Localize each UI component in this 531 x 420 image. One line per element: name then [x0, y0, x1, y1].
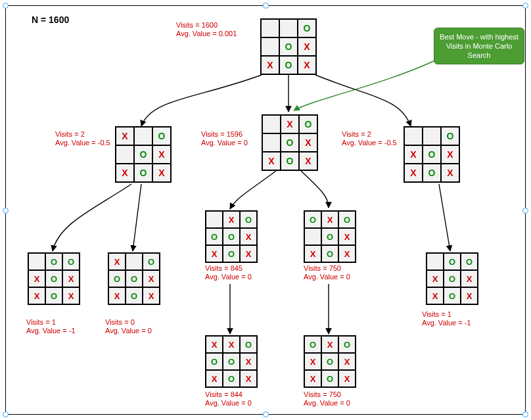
board-cell: O — [338, 336, 356, 353]
board-cell: X — [321, 336, 338, 353]
board-cell: O — [321, 353, 338, 370]
board-cell — [304, 228, 321, 245]
board-cell: O — [152, 127, 171, 145]
best-move-callout: Best Move - with highest Visits in Monte… — [434, 28, 524, 64]
board-cell: O — [223, 245, 240, 262]
board-cell: O — [444, 270, 461, 287]
board-cell: O — [444, 253, 461, 270]
board-l3d: OXOXOXXOX — [304, 335, 356, 388]
board-l1c: OXOXXOX — [404, 126, 460, 183]
board-cell: X — [338, 245, 356, 262]
board-cell: X — [298, 56, 316, 74]
node-stats: Visits = 750Avg. Value = 0 — [304, 264, 350, 281]
selection-handle[interactable] — [522, 208, 528, 214]
board-cell: X — [240, 353, 257, 370]
board-cell — [261, 19, 279, 37]
board-cell: O — [279, 56, 298, 74]
board-cell: O — [321, 245, 338, 262]
node-stats: Visits = 1Avg. Value = -1 — [422, 310, 471, 327]
selection-handle[interactable] — [3, 3, 9, 9]
board-cell: X — [304, 353, 321, 370]
board-cell: O — [206, 353, 223, 370]
board-cell: X — [281, 115, 299, 133]
board-cell: X — [304, 370, 321, 387]
node-stats: Visits = 2Avg. Value = -0.5 — [342, 130, 397, 147]
board-cell: O — [223, 353, 240, 370]
board-cell: O — [441, 127, 459, 145]
board-cell — [427, 253, 444, 270]
board-cell: X — [461, 287, 478, 304]
board-cell: X — [240, 228, 257, 245]
board-cell: O — [45, 270, 62, 287]
board-root: OOXXOX — [260, 18, 317, 75]
board-cell: X — [404, 164, 423, 182]
board-cell: X — [28, 287, 45, 304]
board-cell: O — [45, 253, 62, 270]
board-cell: X — [427, 270, 444, 287]
board-cell: X — [304, 245, 321, 262]
board-cell — [116, 145, 134, 164]
selection-handle[interactable] — [522, 3, 528, 9]
board-cell: X — [223, 211, 240, 228]
board-l2a: OOXOXXOX — [28, 252, 80, 305]
board-cell: O — [279, 37, 298, 56]
board-l2e: OOXOXXOX — [426, 252, 478, 305]
board-cell: X — [299, 152, 317, 170]
node-stats: Visits = 0Avg. Value = 0 — [105, 318, 152, 335]
board-cell — [423, 127, 441, 145]
board-cell: O — [126, 287, 143, 304]
board-cell: X — [240, 370, 257, 387]
node-stats: Visits = 1Avg. Value = -1 — [26, 318, 76, 335]
board-cell: O — [134, 164, 152, 182]
board-cell: X — [206, 336, 223, 353]
board-cell: O — [321, 370, 338, 387]
selection-handle[interactable] — [522, 411, 528, 417]
board-cell — [279, 19, 298, 37]
board-cell: O — [108, 270, 126, 287]
board-l1a: XOOXXOX — [115, 126, 172, 183]
board-cell: O — [240, 336, 257, 353]
board-cell — [206, 211, 223, 228]
node-stats: Visits = 845Avg. Value = 0 — [205, 264, 252, 281]
board-cell — [134, 127, 152, 145]
board-cell: O — [304, 211, 321, 228]
board-cell: X — [261, 56, 279, 74]
board-cell: X — [28, 270, 45, 287]
board-cell: O — [223, 370, 240, 387]
board-cell: O — [240, 211, 257, 228]
board-cell: X — [338, 370, 356, 387]
selection-handle[interactable] — [3, 411, 9, 417]
selection-handle[interactable] — [3, 208, 9, 214]
board-cell: O — [281, 152, 299, 170]
board-cell — [404, 127, 423, 145]
board-cell: O — [126, 270, 143, 287]
board-cell: X — [206, 245, 223, 262]
node-stats: Visits = 1600Avg. Value = 0.001 — [176, 21, 237, 38]
board-l2c: XOOOXXOX — [205, 210, 258, 263]
board-cell: O — [338, 211, 356, 228]
board-cell: X — [404, 145, 423, 164]
board-cell: X — [152, 164, 171, 182]
board-cell — [261, 37, 279, 56]
board-cell: O — [134, 145, 152, 164]
board-cell — [262, 115, 281, 133]
board-l3c: XXOOOXXOX — [205, 335, 258, 388]
board-cell: X — [298, 37, 316, 56]
board-cell: X — [143, 270, 160, 287]
board-cell — [126, 253, 143, 270]
selection-handle[interactable] — [263, 411, 269, 417]
board-cell: X — [240, 245, 257, 262]
board-l1b: XOOXXOX — [262, 114, 318, 171]
board-cell: X — [441, 145, 459, 164]
board-cell: X — [441, 164, 459, 182]
board-cell: X — [461, 270, 478, 287]
board-cell: X — [62, 270, 80, 287]
node-stats: Visits = 2Avg. Value = -0.5 — [55, 130, 110, 147]
board-l2d: OXOOXXOX — [304, 210, 356, 263]
selection-handle[interactable] — [263, 3, 269, 9]
board-cell: X — [108, 253, 126, 270]
board-cell: O — [62, 253, 80, 270]
board-cell: O — [206, 228, 223, 245]
board-cell: O — [45, 287, 62, 304]
board-cell: X — [152, 145, 171, 164]
